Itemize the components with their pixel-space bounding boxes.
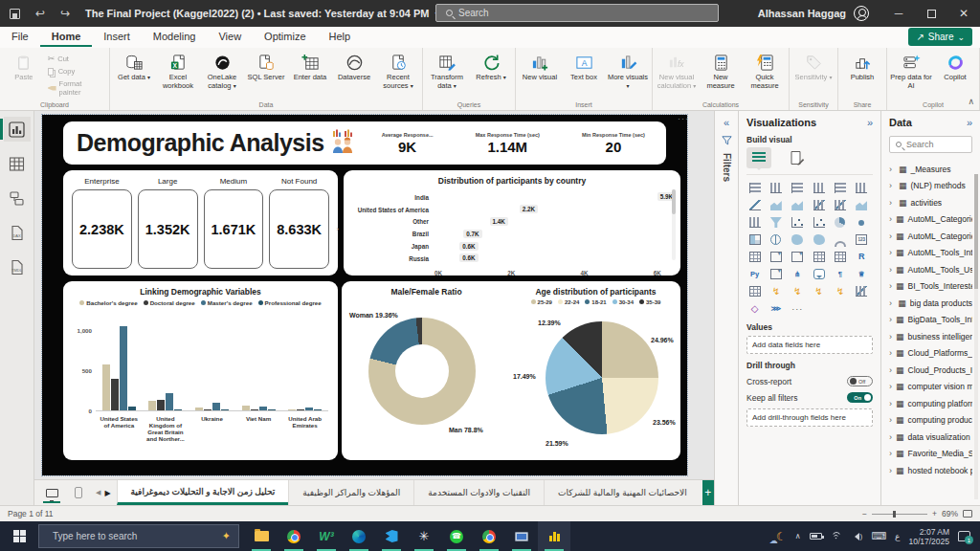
ribbon-cut-button[interactable]: ✂Cut [46, 53, 107, 64]
tray-expand-icon[interactable]: ∧ [795, 532, 801, 540]
demographic-variables-chart[interactable]: Linking Demographic Variables Bachelor's… [63, 281, 338, 460]
ribbon-sensitivity-button[interactable]: Sensitivity ▾ [791, 50, 835, 82]
share-button[interactable]: ↗ Share ⌄ [908, 28, 972, 46]
ribbon-new-visual-button[interactable]: New visual [518, 50, 562, 82]
age-pie-chart[interactable]: Age distribution of participants 25-2922… [511, 281, 680, 460]
visual-stacked-column-chart-icon[interactable] [768, 181, 784, 195]
ribbon-get-data-button[interactable]: Get data ▾ [112, 50, 156, 82]
visual-filled-map-icon[interactable] [790, 232, 806, 247]
visual-kpi-icon[interactable] [768, 250, 784, 264]
table-view-icon[interactable] [4, 151, 31, 176]
add-drill-through-fields-well[interactable]: Add drill-through fields here [746, 408, 873, 427]
ribbon-transform-data-button[interactable]: Transform data ▾ [425, 50, 469, 90]
visual-map-icon[interactable] [768, 232, 784, 247]
taskbar-search-input[interactable]: Type here to search ✦ [38, 524, 239, 548]
ribbon-prep-data-for-ai-button[interactable]: Prep data for AI [889, 50, 933, 90]
ribbon-recent-sources-button[interactable]: Recent sources ▾ [376, 50, 420, 90]
field--measures[interactable]: ›▦_Measures [889, 161, 972, 178]
global-search-input[interactable]: Search [435, 4, 719, 22]
ribbon-refresh-button[interactable]: Refresh ▾ [469, 50, 513, 82]
taskbar-app-power-bi[interactable] [538, 521, 570, 551]
visual-matrix-icon[interactable] [832, 250, 848, 264]
ribbon-quick-measure-button[interactable]: Quick measure [743, 50, 787, 90]
report-page[interactable]: ··· Demographic Analysis Aver [42, 115, 687, 475]
ribbon-sql-server-button[interactable]: SQL Server [244, 50, 288, 82]
visual-clustered-column-chart-icon[interactable] [811, 181, 827, 195]
volume-icon[interactable]: ) [851, 532, 863, 540]
zoom-out-icon[interactable]: − [862, 509, 867, 518]
ribbon-enter-data-button[interactable]: Enter data [288, 50, 332, 82]
kpi-card-enterprise[interactable]: Enterprise2.238K [72, 177, 132, 269]
cluster-bar-doctoral-degree[interactable] [204, 409, 212, 411]
minimize-button[interactable]: ─ [882, 0, 915, 27]
add-data-fields-well[interactable]: Add data fields here [746, 336, 873, 354]
data-search-input[interactable]: Search [889, 136, 972, 153]
taskbar-app-whatsapp[interactable]: ☎ [440, 521, 473, 551]
visual-100-stacked-bar-chart-icon[interactable] [832, 181, 848, 195]
model-view-icon[interactable] [4, 186, 31, 210]
collapse-visualizations-icon[interactable]: » [867, 117, 873, 128]
ribbon-publish-button[interactable]: Publish [840, 50, 884, 82]
tab-scroll-left-icon[interactable]: ◀ [96, 489, 100, 496]
fit-to-page-icon[interactable] [963, 510, 972, 518]
close-button[interactable]: ✕ [947, 0, 980, 27]
menu-help[interactable]: Help [318, 28, 363, 47]
visual-card-icon[interactable]: 123 [854, 232, 870, 247]
taskbar-app-vscode[interactable] [375, 521, 408, 551]
visual-line-clustered-column-chart-icon[interactable] [832, 198, 848, 212]
visual-stacked-area-chart-icon[interactable] [790, 198, 806, 212]
cluster-bar-master-s-degree[interactable] [212, 403, 220, 410]
field-cloud-products-inte-[interactable]: ›▦Cloud_Products_Inte... [889, 362, 972, 379]
menu-view[interactable]: View [207, 28, 253, 47]
visual-area-chart-icon[interactable] [768, 198, 784, 212]
field-activities[interactable]: ›▦activities [889, 194, 972, 211]
ribbon-dataverse-button[interactable]: Dataverse [332, 50, 376, 82]
cluster-bar-master-s-degree[interactable] [305, 408, 313, 410]
field-data-visualization-lib-[interactable]: ›▦data visualization lib... [889, 429, 972, 446]
menu-file[interactable]: File [0, 28, 40, 47]
visual-qa-visual-icon[interactable] [811, 267, 827, 281]
start-button[interactable] [0, 521, 38, 551]
mobile-view-icon[interactable] [69, 480, 88, 505]
cluster-bar-doctoral-degree[interactable] [111, 379, 119, 410]
visual-waterfall-chart-icon[interactable] [746, 215, 763, 230]
tmdl-view-icon[interactable]: TMDL [4, 254, 31, 279]
age-pie[interactable] [546, 321, 658, 434]
field-bigdata-tools-intere-[interactable]: ›▦BigData_Tools_Intere... [889, 312, 972, 329]
data-pane-scrollbar[interactable] [974, 174, 978, 499]
field-automl-categories-[interactable]: ›▦AutoML_Categories_... [889, 228, 972, 245]
taskbar-app-chrome[interactable] [278, 521, 310, 551]
visual-table-icon[interactable] [811, 250, 827, 264]
collapse-ribbon-icon[interactable]: ∧ [968, 97, 974, 106]
desktop-view-icon[interactable] [42, 480, 61, 505]
field-big-data-products[interactable]: ›▦big data products [889, 295, 972, 312]
new-page-button[interactable]: + [702, 480, 714, 505]
cluster-bar-master-s-degree[interactable] [120, 326, 127, 410]
field-business-intelligence-[interactable]: ›▦business intelligence... [889, 328, 972, 345]
visual-line-stacked-column-chart-icon[interactable] [811, 198, 827, 212]
kpi-card-large[interactable]: Large1.352K [138, 177, 198, 269]
visual-line-chart-icon[interactable] [746, 198, 763, 212]
visual-metrics-visual-icon[interactable] [854, 284, 870, 298]
field-favorite-media-sour-[interactable]: ›▦Favorite_Media_Sour... [889, 446, 972, 463]
visual-ai-insight-2-icon[interactable]: ↯ [811, 284, 827, 298]
field-cloud-platforms-int-[interactable]: ›▦Cloud_Platforms_Int... [889, 345, 972, 363]
visual-goals-icon[interactable]: ♕ [854, 267, 870, 281]
language-indicator[interactable]: ع [895, 532, 900, 541]
dax-query-view-icon[interactable]: DAX [4, 220, 31, 245]
ribbon-more-visuals-button[interactable]: More visuals ▾ [606, 50, 650, 90]
ribbon-copy-button[interactable]: Copy [46, 66, 107, 77]
zoom-in-icon[interactable]: + [932, 509, 937, 518]
visual-treemap-icon[interactable] [746, 232, 763, 247]
header-card[interactable]: Demographic Analysis Average Response...… [63, 121, 666, 165]
page-tab-4[interactable]: الاحصائيات المهنية والمالية للشركات [544, 480, 701, 505]
cross-report-toggle[interactable]: Off [847, 376, 873, 386]
cluster-bar-bachelor-s-degree[interactable] [242, 406, 250, 410]
field--nlp-methods[interactable]: ›▦(NLP) methods [889, 178, 972, 195]
visual-r-script-visual-icon[interactable]: R [854, 250, 870, 264]
visual-stacked-bar-chart-icon[interactable] [746, 181, 763, 195]
collapse-data-icon[interactable]: » [967, 117, 972, 128]
visual-ai-insight-3-icon[interactable]: ↯ [832, 284, 848, 298]
ribbon-excel-workbook-button[interactable]: XExcel workbook [156, 50, 200, 90]
cluster-bar-bachelor-s-degree[interactable] [195, 408, 203, 410]
